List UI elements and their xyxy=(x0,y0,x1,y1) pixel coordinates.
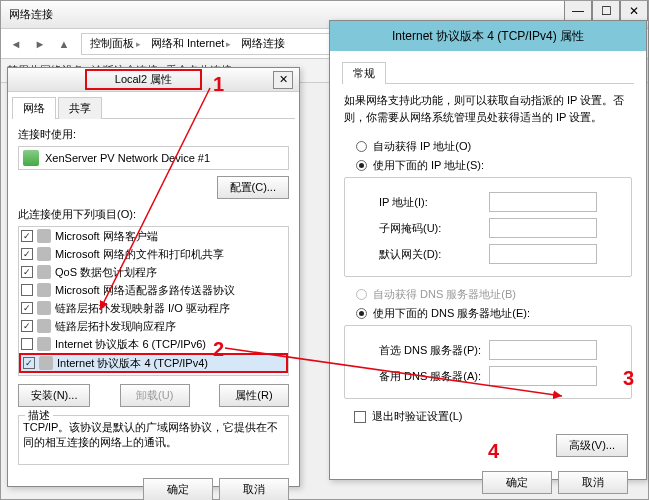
up-button[interactable]: ▲ xyxy=(53,33,75,55)
ok-button[interactable]: 确定 xyxy=(143,478,213,500)
configure-button[interactable]: 配置(C)... xyxy=(217,176,289,199)
adapter-properties-dialog: Local2 属性 ✕ 网络 共享 连接时使用: XenServer PV Ne… xyxy=(7,67,300,487)
intro-text: 如果网络支持此功能，则可以获取自动指派的 IP 设置。否则，你需要从网络系统管理… xyxy=(344,92,632,125)
protocol-icon xyxy=(37,229,51,243)
uninstall-button: 卸载(U) xyxy=(120,384,190,407)
install-button[interactable]: 安装(N)... xyxy=(18,384,90,407)
crumb-network-internet[interactable]: 网络和 Internet xyxy=(147,36,237,51)
dialog-titlebar: Internet 协议版本 4 (TCP/IPv4) 属性 xyxy=(330,21,646,51)
device-name: XenServer PV Network Device #1 xyxy=(45,152,210,164)
dns2-label: 备用 DNS 服务器(A): xyxy=(379,369,489,384)
gateway-input[interactable] xyxy=(489,244,597,264)
dns1-input[interactable] xyxy=(489,340,597,360)
ipv4-properties-dialog: Internet 协议版本 4 (TCP/IPv4) 属性 常规 如果网络支持此… xyxy=(329,20,647,480)
advanced-button[interactable]: 高级(V)... xyxy=(556,434,628,457)
dialog-title: Local2 属性 xyxy=(85,69,202,90)
protocol-icon xyxy=(37,283,51,297)
checkbox[interactable] xyxy=(21,266,33,278)
nic-icon xyxy=(23,150,39,166)
description-legend: 描述 xyxy=(25,408,53,423)
checkbox[interactable] xyxy=(21,284,33,296)
min-button[interactable]: — xyxy=(564,1,592,21)
protocol-icon xyxy=(37,319,51,333)
tab-sharing[interactable]: 共享 xyxy=(58,97,102,119)
tab-general[interactable]: 常规 xyxy=(342,62,386,84)
dns2-input[interactable] xyxy=(489,366,597,386)
gateway-label: 默认网关(D): xyxy=(379,247,489,262)
checkbox[interactable] xyxy=(21,338,33,350)
checkbox[interactable] xyxy=(21,320,33,332)
back-button[interactable]: ◄ xyxy=(5,33,27,55)
mask-label: 子网掩码(U): xyxy=(379,221,489,236)
checkbox[interactable] xyxy=(23,357,35,369)
cancel-button[interactable]: 取消 xyxy=(219,478,289,500)
connect-using-label: 连接时使用: xyxy=(18,127,289,142)
protocol-icon xyxy=(37,301,51,315)
items-label: 此连接使用下列项目(O): xyxy=(18,207,289,222)
window-title: 网络连接 xyxy=(9,7,53,22)
cancel-button[interactable]: 取消 xyxy=(558,471,628,494)
tab-networking[interactable]: 网络 xyxy=(12,97,56,119)
protocol-list[interactable]: Microsoft 网络客户端 Microsoft 网络的文件和打印机共享 Qo… xyxy=(18,226,289,376)
dns1-label: 首选 DNS 服务器(P): xyxy=(379,343,489,358)
crumb-control-panel[interactable]: 控制面板 xyxy=(86,36,147,51)
forward-button[interactable]: ► xyxy=(29,33,51,55)
dns-group: 首选 DNS 服务器(P): 备用 DNS 服务器(A): xyxy=(344,325,632,399)
ip-group: IP 地址(I): 子网掩码(U): 默认网关(D): xyxy=(344,177,632,277)
protocol-icon xyxy=(39,356,53,370)
dialog-titlebar: Local2 属性 ✕ xyxy=(8,68,299,92)
properties-button[interactable]: 属性(R) xyxy=(219,384,289,407)
protocol-icon xyxy=(37,265,51,279)
description-text: TCP/IP。该协议是默认的广域网络协议，它提供在不同的相互连接的网络上的通讯。 xyxy=(23,421,278,448)
crumb-network-connections[interactable]: 网络连接 xyxy=(237,36,289,51)
checkbox[interactable] xyxy=(21,248,33,260)
validate-checkbox[interactable] xyxy=(354,411,366,423)
protocol-icon xyxy=(37,337,51,351)
item-ipv4[interactable]: Internet 协议版本 4 (TCP/IPv4) xyxy=(19,353,288,373)
description-box: 描述 TCP/IP。该协议是默认的广域网络协议，它提供在不同的相互连接的网络上的… xyxy=(18,415,289,465)
radio-auto-dns xyxy=(356,289,367,300)
close-icon[interactable]: ✕ xyxy=(273,71,293,89)
ip-label: IP 地址(I): xyxy=(379,195,489,210)
checkbox[interactable] xyxy=(21,230,33,242)
radio-auto-ip[interactable] xyxy=(356,141,367,152)
close-button[interactable]: ✕ xyxy=(620,1,648,21)
device-name-box: XenServer PV Network Device #1 xyxy=(18,146,289,170)
checkbox[interactable] xyxy=(21,302,33,314)
ip-input[interactable] xyxy=(489,192,597,212)
protocol-icon xyxy=(37,247,51,261)
radio-use-ip[interactable] xyxy=(356,160,367,171)
max-button[interactable]: ☐ xyxy=(592,1,620,21)
radio-use-dns[interactable] xyxy=(356,308,367,319)
ok-button[interactable]: 确定 xyxy=(482,471,552,494)
mask-input[interactable] xyxy=(489,218,597,238)
